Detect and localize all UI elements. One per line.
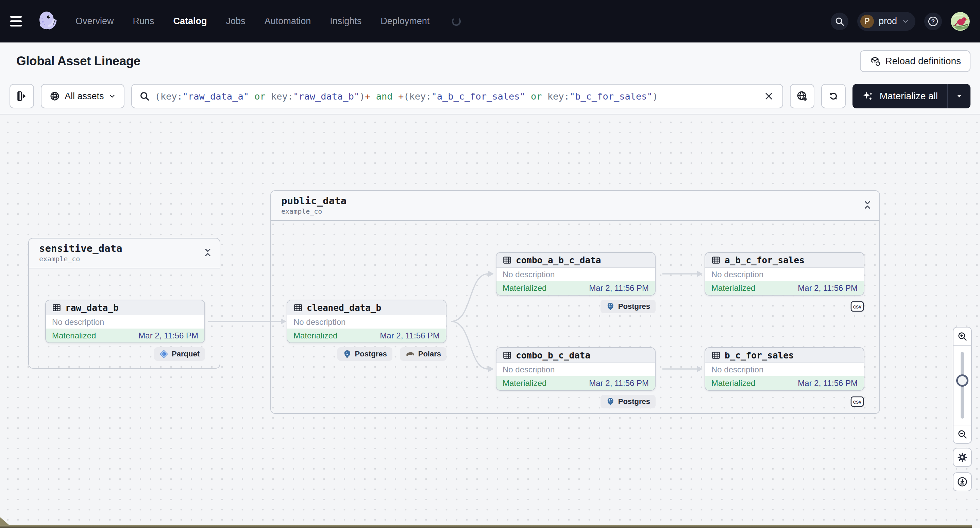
tag-postgres[interactable]: Postgres: [337, 347, 392, 361]
asset-scope-label: All assets: [65, 91, 104, 101]
asset-node-raw-data-b[interactable]: raw_data_b No description Materialized M…: [45, 300, 205, 343]
tag-csv[interactable]: CSV: [850, 395, 864, 408]
user-avatar[interactable]: [951, 12, 970, 31]
asset-scope-dropdown[interactable]: All assets: [41, 84, 124, 108]
gear-icon: [957, 452, 968, 463]
page-title: Global Asset Lineage: [16, 54, 140, 68]
postgres-icon: [343, 350, 352, 358]
search-button[interactable]: [831, 13, 848, 30]
materialized-badge: Materialized: [503, 283, 546, 293]
nav-item-jobs[interactable]: Jobs: [226, 16, 245, 27]
asset-search-input[interactable]: (key:"raw_data_a" or key:"raw_data_b")+ …: [131, 84, 783, 108]
create-catalog-view-button[interactable]: [790, 84, 815, 108]
asset-node-combo-b-c-data[interactable]: combo_b_c_data No description Materializ…: [496, 347, 655, 391]
clear-search-button[interactable]: [762, 89, 776, 103]
tag-postgres[interactable]: Postgres: [600, 300, 655, 313]
asset-node-b-c-for-sales[interactable]: b_c_for_sales No description Materialize…: [705, 347, 864, 391]
asset-description: No description: [46, 315, 204, 328]
group-header[interactable]: sensitive_data example_co: [29, 238, 220, 268]
close-icon: [764, 91, 773, 101]
asset-name: a_b_c_for_sales: [725, 255, 805, 265]
chevron-down-icon: [902, 17, 909, 25]
reload-definitions-icon: [870, 56, 880, 67]
tag-csv[interactable]: CSV: [850, 300, 864, 313]
asset-description: No description: [496, 363, 655, 376]
asset-description: No description: [705, 363, 864, 376]
asset-node-combo-a-b-c-data[interactable]: combo_a_b_c_data No description Material…: [496, 252, 655, 296]
asset-node-cleaned-data-b[interactable]: cleaned_data_b No description Materializ…: [286, 300, 447, 343]
refresh-button[interactable]: [821, 84, 846, 108]
materialize-all-label: Materialize all: [880, 91, 938, 101]
lineage-canvas[interactable]: sensitive_data example_co public_data ex…: [0, 114, 980, 525]
asset-tags: CSV: [705, 300, 864, 313]
nav-item-runs[interactable]: Runs: [133, 16, 154, 27]
materialized-timestamp[interactable]: Mar 2, 11:56 PM: [798, 379, 858, 388]
materialized-timestamp[interactable]: Mar 2, 11:56 PM: [589, 283, 649, 293]
deployment-switcher[interactable]: P prod: [857, 12, 915, 31]
table-icon: [711, 350, 721, 360]
download-image-button[interactable]: [953, 472, 972, 491]
materialize-options-button[interactable]: [948, 84, 970, 108]
materialized-timestamp[interactable]: Mar 2, 11:56 PM: [380, 331, 440, 341]
table-icon: [503, 350, 512, 360]
zoom-slider[interactable]: [953, 346, 971, 425]
globe-add-icon: [796, 90, 808, 102]
zoom-out-button[interactable]: [953, 425, 971, 443]
tag-polars[interactable]: Polars: [400, 347, 447, 361]
asset-tags: Postgres: [496, 300, 655, 313]
materialized-badge: Materialized: [711, 283, 755, 293]
asset-tags: Postgres Polars: [286, 347, 447, 361]
lineage-toolbar: All assets (key:"raw_data_a" or key:"raw…: [0, 80, 980, 114]
loading-spinner-icon: [452, 17, 461, 26]
table-icon: [503, 255, 512, 265]
globe-icon: [49, 91, 60, 101]
zoom-in-button[interactable]: [953, 328, 971, 346]
collapse-group-icon[interactable]: [204, 247, 212, 258]
asset-tags: CSV: [705, 395, 864, 408]
materialized-timestamp[interactable]: Mar 2, 11:56 PM: [589, 379, 649, 388]
menu-icon[interactable]: [10, 12, 29, 31]
nav-item-insights[interactable]: Insights: [330, 16, 361, 27]
asset-name: combo_a_b_c_data: [516, 255, 601, 265]
help-button[interactable]: ?: [924, 13, 942, 30]
search-query[interactable]: (key:"raw_data_a" or key:"raw_data_b")+ …: [155, 91, 757, 101]
materialized-timestamp[interactable]: Mar 2, 11:56 PM: [138, 331, 198, 341]
materialize-all-button[interactable]: Materialize all: [853, 84, 947, 108]
group-title: sensitive_data: [39, 243, 210, 254]
nav-item-deployment[interactable]: Deployment: [380, 16, 430, 27]
reload-definitions-button[interactable]: Reload definitions: [860, 50, 970, 72]
caret-down-icon: [956, 92, 963, 100]
search-icon: [834, 16, 845, 27]
sparkles-icon: [862, 90, 874, 102]
dagster-logo-icon[interactable]: [35, 10, 59, 33]
graph-settings-button[interactable]: [953, 448, 972, 467]
zoom-slider-handle[interactable]: [956, 374, 969, 387]
tag-postgres[interactable]: Postgres: [600, 395, 655, 408]
tag-label: Polars: [418, 350, 441, 358]
tag-parquet[interactable]: Parquet: [154, 347, 205, 361]
group-title: public_data: [281, 195, 870, 206]
materialize-all-split-button: Materialize all: [853, 84, 970, 108]
materialized-timestamp[interactable]: Mar 2, 11:56 PM: [798, 283, 858, 293]
bottom-strip: [0, 525, 972, 528]
tag-label: Postgres: [355, 350, 387, 358]
page-curl-decoration: [0, 517, 10, 526]
materialized-badge: Materialized: [503, 379, 546, 388]
materialized-badge: Materialized: [293, 331, 337, 341]
materialized-badge: Materialized: [52, 331, 96, 341]
nav-item-overview[interactable]: Overview: [75, 16, 114, 27]
asset-description: No description: [705, 268, 864, 281]
open-sidebar-button[interactable]: [10, 84, 34, 108]
collapse-group-icon[interactable]: [863, 200, 872, 210]
asset-name: b_c_for_sales: [725, 350, 794, 360]
group-header[interactable]: public_data example_co: [271, 191, 879, 221]
tag-label: Postgres: [618, 302, 650, 311]
nav-item-automation[interactable]: Automation: [264, 16, 311, 27]
postgres-icon: [606, 302, 615, 311]
nav-links: Overview Runs Catalog Jobs Automation In…: [75, 16, 461, 27]
asset-node-a-b-c-for-sales[interactable]: a_b_c_for_sales No description Materiali…: [705, 252, 864, 296]
parquet-icon: [159, 350, 168, 358]
nav-item-catalog[interactable]: Catalog: [173, 16, 207, 27]
deployment-initial: P: [860, 14, 874, 28]
materialized-badge: Materialized: [711, 379, 755, 388]
